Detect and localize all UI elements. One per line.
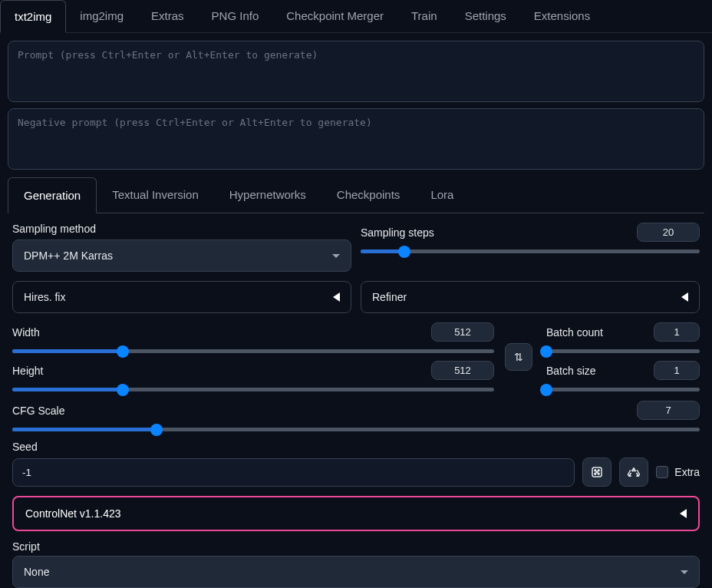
svg-point-1 — [595, 470, 596, 471]
sampling-method-value: DPM++ 2M Karras — [24, 249, 113, 262]
batch-count-slider[interactable] — [546, 349, 700, 353]
seed-label: Seed — [12, 441, 700, 453]
tab-extensions[interactable]: Extensions — [520, 0, 604, 32]
triangle-left-icon — [681, 292, 688, 302]
tab-img2img[interactable]: img2img — [66, 0, 137, 32]
sub-tabbar: Generation Textual Inversion Hypernetwor… — [8, 177, 704, 213]
svg-point-5 — [598, 473, 600, 474]
hires-fix-accordion[interactable]: Hires. fix — [12, 281, 351, 313]
subtab-lora[interactable]: Lora — [415, 177, 469, 213]
svg-point-3 — [596, 471, 598, 473]
random-seed-button[interactable] — [582, 458, 611, 487]
chevron-down-icon — [681, 570, 688, 574]
tab-checkpoint-merger[interactable]: Checkpoint Merger — [272, 0, 397, 32]
sampling-steps-slider[interactable] — [361, 249, 700, 253]
batch-count-label: Batch count — [546, 326, 603, 339]
tab-txt2img[interactable]: txt2img — [0, 0, 66, 33]
tab-train[interactable]: Train — [397, 0, 451, 32]
sampling-steps-label: Sampling steps — [361, 226, 434, 239]
script-label: Script — [12, 540, 700, 553]
negative-prompt-input[interactable] — [8, 108, 704, 170]
batch-size-slider[interactable] — [546, 388, 700, 391]
tab-settings[interactable]: Settings — [451, 0, 520, 32]
subtab-checkpoints[interactable]: Checkpoints — [321, 177, 416, 213]
svg-point-4 — [595, 473, 596, 474]
cfg-scale-slider[interactable] — [12, 428, 700, 431]
script-select[interactable]: None — [12, 556, 700, 588]
hires-fix-label: Hires. fix — [24, 291, 65, 303]
tab-extras[interactable]: Extras — [137, 0, 198, 32]
controlnet-accordion[interactable]: ControlNet v1.1.423 — [12, 496, 700, 531]
subtab-generation[interactable]: Generation — [8, 177, 97, 213]
swap-dimensions-button[interactable]: ⇅ — [505, 343, 532, 371]
height-label: Height — [12, 365, 43, 377]
triangle-left-icon — [333, 292, 340, 302]
cfg-scale-label: CFG Scale — [12, 405, 64, 417]
swap-icon: ⇅ — [514, 351, 523, 363]
chevron-down-icon — [332, 254, 340, 258]
width-value[interactable]: 512 — [431, 322, 494, 342]
batch-size-label: Batch size — [546, 365, 596, 377]
controlnet-label: ControlNet v1.1.423 — [25, 507, 121, 520]
checkbox-icon — [656, 466, 668, 478]
sampling-method-label: Sampling method — [12, 223, 351, 235]
script-value: None — [24, 566, 49, 578]
cfg-scale-value[interactable]: 7 — [637, 401, 700, 420]
sampling-method-select[interactable]: DPM++ 2M Karras — [12, 239, 351, 272]
reuse-seed-button[interactable] — [619, 458, 648, 487]
prompt-input[interactable] — [8, 41, 704, 102]
subtab-hypernetworks[interactable]: Hypernetworks — [214, 177, 321, 213]
seed-extra-label: Extra — [674, 466, 700, 478]
batch-size-value[interactable]: 1 — [654, 361, 700, 380]
width-slider[interactable] — [12, 349, 494, 353]
main-tabbar: txt2img img2img Extras PNG Info Checkpoi… — [0, 0, 712, 33]
refiner-label: Refiner — [372, 291, 407, 303]
sampling-steps-value[interactable]: 20 — [637, 223, 700, 242]
subtab-textual-inversion[interactable]: Textual Inversion — [97, 177, 214, 213]
svg-point-2 — [598, 470, 600, 471]
batch-count-value[interactable]: 1 — [654, 322, 700, 342]
height-value[interactable]: 512 — [431, 361, 494, 380]
dice-icon — [590, 465, 604, 479]
tab-pnginfo[interactable]: PNG Info — [198, 0, 273, 32]
refiner-accordion[interactable]: Refiner — [361, 281, 700, 313]
seed-extra-toggle[interactable]: Extra — [656, 466, 700, 478]
seed-input[interactable] — [12, 458, 575, 487]
height-slider[interactable] — [12, 388, 494, 391]
recycle-icon — [627, 465, 641, 479]
width-label: Width — [12, 326, 40, 339]
triangle-left-icon — [680, 509, 687, 518]
